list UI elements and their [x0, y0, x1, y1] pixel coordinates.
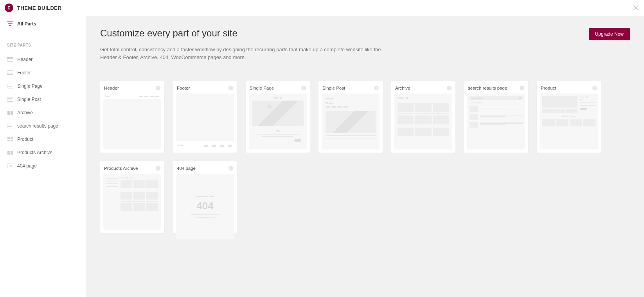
- page-header: Customize every part of your site Get to…: [100, 28, 630, 61]
- card-header[interactable]: Header i Logo: [100, 81, 164, 153]
- info-icon[interactable]: i: [301, 86, 306, 90]
- card-preview: Logo: [176, 94, 234, 149]
- card-preview: Page was not found 404: [176, 174, 234, 239]
- card-preview: Post Title Author: [322, 94, 380, 149]
- info-icon[interactable]: i: [228, 166, 233, 171]
- sidebar-item-search-results[interactable]: search results page: [0, 119, 86, 133]
- sidebar-item-label: Products Archive: [17, 150, 52, 155]
- search-results-icon: [7, 124, 13, 128]
- all-parts-label: All Parts: [17, 21, 36, 27]
- card-title: Single Page: [250, 86, 274, 90]
- info-icon[interactable]: i: [447, 86, 452, 90]
- card-title: search results page: [468, 86, 507, 90]
- close-button[interactable]: [632, 4, 639, 11]
- 404-icon: 404: [7, 164, 13, 168]
- card-single-post[interactable]: Single Post i Post Title Author: [318, 81, 383, 153]
- archive-icon: [7, 110, 13, 115]
- page-description: Get total control, consistency and a fas…: [100, 46, 390, 61]
- sidebar-item-label: Product: [17, 137, 33, 142]
- card-footer[interactable]: Footer i Logo: [173, 81, 237, 153]
- divider: [100, 70, 630, 70]
- card-search-results[interactable]: search results page i Search Anything 13…: [464, 81, 528, 153]
- app-title: THEME BUILDER: [17, 5, 61, 11]
- card-title: 404 page: [177, 166, 196, 171]
- card-title: Footer: [177, 86, 190, 90]
- card-404[interactable]: 404 page i Page was not found 404: [173, 161, 237, 233]
- sidebar-item-label: Footer: [17, 70, 31, 76]
- sidebar-item-footer[interactable]: Footer: [0, 66, 86, 79]
- card-preview: Product Title$47 Suggested Products: [540, 94, 598, 149]
- info-icon[interactable]: i: [228, 86, 233, 90]
- card-archive[interactable]: Archive i Archive Title: [391, 81, 455, 153]
- card-preview: Search Anything 13 Maching Results: [467, 94, 525, 149]
- info-icon[interactable]: i: [520, 86, 524, 90]
- sidebar-item-label: Single Page: [17, 83, 43, 89]
- card-title: Header: [104, 86, 119, 90]
- sidebar-item-archive[interactable]: Archive: [0, 106, 86, 119]
- page-heading: Customize every part of your site: [100, 28, 390, 39]
- info-icon[interactable]: i: [156, 166, 160, 171]
- card-title: Products Archive: [104, 166, 138, 171]
- main-content: Customize every part of your site Get to…: [86, 16, 644, 297]
- info-icon[interactable]: i: [156, 86, 160, 90]
- cards-grid: Header i Logo Footer i Logo Single Pag: [100, 81, 630, 233]
- sidebar-item-single-page[interactable]: Single Page: [0, 79, 86, 93]
- header-icon: [7, 57, 13, 62]
- card-preview: Featured Products: [103, 174, 161, 230]
- single-post-icon: [7, 97, 13, 102]
- sidebar-item-product[interactable]: Product: [0, 133, 86, 146]
- sidebar-item-label: Archive: [17, 110, 33, 115]
- sidebar-item-products-archive[interactable]: Products Archive: [0, 146, 86, 159]
- card-title: Product: [541, 86, 556, 90]
- sidebar-item-label: search results page: [17, 123, 58, 129]
- sidebar-item-label: Header: [17, 57, 32, 62]
- card-single-page[interactable]: Single Page i Page Title CTA: [246, 81, 310, 153]
- sidebar-item-single-post[interactable]: Single Post: [0, 93, 86, 106]
- sidebar-item-404[interactable]: 404 404 page: [0, 159, 86, 173]
- card-preview: Logo: [103, 94, 161, 149]
- sidebar: All Parts SITE PARTS Header Footer Singl…: [0, 16, 86, 297]
- sidebar-all-parts[interactable]: All Parts: [0, 16, 86, 32]
- products-archive-icon: [7, 150, 13, 155]
- card-products-archive[interactable]: Products Archive i Featured Products: [100, 161, 164, 233]
- card-title: Archive: [395, 86, 410, 90]
- upgrade-button[interactable]: Upgrade Now: [589, 28, 630, 40]
- card-product[interactable]: Product i Product Title$47 Suggested Pro…: [537, 81, 601, 153]
- card-preview: Page Title CTA: [249, 94, 307, 149]
- product-icon: [7, 137, 13, 142]
- card-title: Single Post: [322, 86, 345, 90]
- single-page-icon: [7, 84, 13, 88]
- info-icon[interactable]: i: [592, 86, 597, 90]
- sidebar-section-title: SITE PARTS: [0, 32, 86, 53]
- footer-icon: [7, 70, 13, 75]
- sidebar-item-header[interactable]: Header: [0, 53, 86, 66]
- elementor-logo-icon: E: [5, 4, 13, 12]
- card-preview: Archive Title: [394, 94, 452, 149]
- sidebar-item-label: Single Post: [17, 97, 41, 102]
- filter-icon: [7, 22, 13, 26]
- topbar: E THEME BUILDER: [0, 0, 644, 16]
- sidebar-item-label: 404 page: [17, 163, 37, 169]
- topbar-left: E THEME BUILDER: [5, 4, 61, 12]
- info-icon[interactable]: i: [374, 86, 379, 90]
